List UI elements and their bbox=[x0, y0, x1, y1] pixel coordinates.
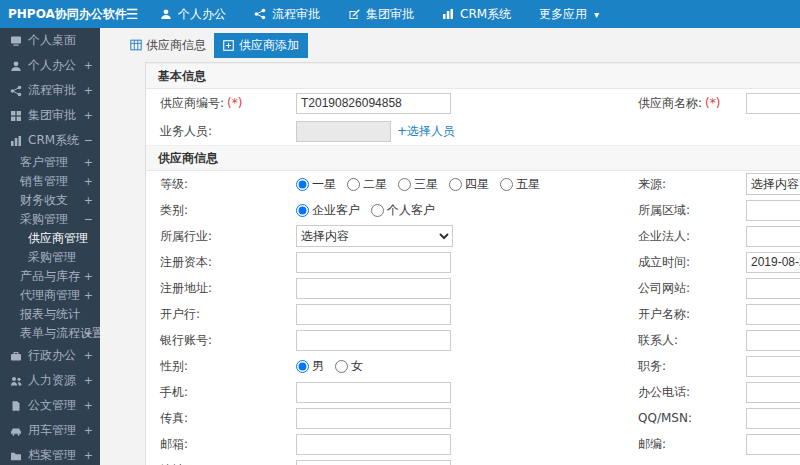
required-mark: (*) bbox=[705, 96, 720, 110]
form-row: 银行账号: 联系人: bbox=[146, 327, 800, 353]
sidebar-item-finance-income-expense[interactable]: 财务收支+ bbox=[0, 191, 100, 210]
source-select[interactable]: 选择内容 bbox=[746, 173, 800, 195]
radio-input[interactable] bbox=[500, 178, 513, 191]
radio-input[interactable] bbox=[449, 178, 462, 191]
nav-more-apps[interactable]: 更多应用 ▾ bbox=[525, 0, 613, 28]
sidebar-item-admin-office[interactable]: 行政办公+ bbox=[0, 343, 100, 368]
sidebar-item-human-resources[interactable]: 人力资源+ bbox=[0, 368, 100, 393]
salesperson-input[interactable] bbox=[296, 121, 391, 142]
sidebar-item-crm-system[interactable]: CRM系统− bbox=[0, 128, 100, 153]
sidebar-item-personal-desktop[interactable]: 个人桌面 bbox=[0, 28, 100, 53]
sidebar-item-label: 用车管理 bbox=[28, 422, 76, 439]
fax-input[interactable] bbox=[296, 408, 451, 429]
label-text: 来源: bbox=[638, 177, 666, 191]
qq-msn-input[interactable] bbox=[746, 408, 800, 429]
office-phone-input[interactable] bbox=[746, 382, 800, 403]
grade-option-3[interactable]: 三星 bbox=[398, 176, 438, 193]
sidebar-item-supplier-mgmt[interactable]: 供应商管理 bbox=[0, 229, 100, 248]
bank-input[interactable] bbox=[296, 304, 451, 325]
tab-label: 供应商信息 bbox=[146, 37, 206, 54]
website-input[interactable] bbox=[746, 278, 800, 299]
sidebar-item-procurement-mgmt[interactable]: 采购管理 bbox=[0, 248, 100, 267]
registered-address-input[interactable] bbox=[296, 278, 451, 299]
region-input[interactable] bbox=[746, 200, 800, 221]
address-input[interactable] bbox=[296, 460, 451, 465]
field-label: 供应商名称:(*) bbox=[638, 95, 746, 112]
mobile-input[interactable] bbox=[296, 382, 451, 403]
label-text: 邮编: bbox=[638, 437, 666, 451]
radio-input[interactable] bbox=[296, 360, 309, 373]
expand-toggle-icon: + bbox=[84, 156, 93, 169]
supplier-name-input[interactable] bbox=[746, 93, 800, 114]
radio-input[interactable] bbox=[296, 178, 309, 191]
sidebar-item-official-doc-mgmt[interactable]: 公文管理+ bbox=[0, 393, 100, 418]
grade-option-4[interactable]: 四星 bbox=[449, 176, 489, 193]
bank-account-input[interactable] bbox=[296, 330, 451, 351]
form-row: 邮箱: 邮编: bbox=[146, 431, 800, 457]
gender-option-female[interactable]: 女 bbox=[335, 358, 363, 375]
sidebar-item-form-workflow-settings[interactable]: 表单与流程设置+ bbox=[0, 324, 100, 343]
label-text: 开户行: bbox=[160, 307, 200, 321]
sidebar-item-label: 人力资源 bbox=[28, 372, 76, 389]
edit-icon bbox=[348, 8, 360, 20]
industry-select[interactable]: 选择内容 bbox=[296, 225, 453, 247]
supplier-no-input[interactable] bbox=[296, 93, 451, 114]
menu-toggle-icon[interactable]: ☰ bbox=[118, 6, 146, 22]
sidebar-item-purchase-mgmt[interactable]: 采购管理− bbox=[0, 210, 100, 229]
category-option-personal[interactable]: 个人客户 bbox=[371, 202, 435, 219]
expand-toggle-icon: + bbox=[84, 109, 93, 122]
sidebar-item-sales-mgmt[interactable]: 销售管理+ bbox=[0, 172, 100, 191]
expand-toggle-icon: + bbox=[84, 399, 93, 412]
radio-input[interactable] bbox=[371, 204, 384, 217]
radio-label: 女 bbox=[351, 358, 363, 375]
email-input[interactable] bbox=[296, 434, 451, 455]
sidebar-item-group-approval[interactable]: 集团审批+ bbox=[0, 103, 100, 128]
category-option-company[interactable]: 企业客户 bbox=[296, 202, 360, 219]
contact-input[interactable] bbox=[746, 330, 800, 351]
sidebar-item-reports-statistics[interactable]: 报表与统计 bbox=[0, 305, 100, 324]
sidebar-item-agent-mgmt[interactable]: 代理商管理+ bbox=[0, 286, 100, 305]
radio-label: 三星 bbox=[414, 176, 438, 193]
established-time-input[interactable] bbox=[746, 252, 800, 273]
tab-supplier-add[interactable]: 供应商添加 bbox=[214, 33, 308, 58]
form-row: 传真: QQ/MSN: bbox=[146, 405, 800, 431]
tab-supplier-info[interactable]: 供应商信息 bbox=[130, 37, 206, 54]
grade-option-1[interactable]: 一星 bbox=[296, 176, 336, 193]
sidebar-item-archive-mgmt[interactable]: 档案管理+ bbox=[0, 443, 100, 465]
sidebar-item-personal-office[interactable]: 个人办公+ bbox=[0, 53, 100, 78]
label-text: 类别: bbox=[160, 203, 188, 217]
field-label: 等级: bbox=[146, 176, 296, 193]
nav-group-approval[interactable]: 集团审批 bbox=[334, 0, 428, 28]
chart-icon bbox=[10, 135, 22, 147]
radio-input[interactable] bbox=[296, 204, 309, 217]
expand-toggle-icon: + bbox=[84, 349, 93, 362]
account-name-input[interactable] bbox=[746, 304, 800, 325]
grade-option-2[interactable]: 二星 bbox=[347, 176, 387, 193]
radio-input[interactable] bbox=[347, 178, 360, 191]
zip-input[interactable] bbox=[746, 434, 800, 455]
sidebar-item-workflow-approval[interactable]: 流程审批+ bbox=[0, 78, 100, 103]
form-row: 手机: 办公电话: bbox=[146, 379, 800, 405]
sidebar-item-product-inventory[interactable]: 产品与库存+ bbox=[0, 267, 100, 286]
nav-crm-system[interactable]: CRM系统 bbox=[428, 0, 525, 28]
nav-workflow-approval[interactable]: 流程审批 bbox=[240, 0, 334, 28]
field-label: 注册地址: bbox=[146, 280, 296, 297]
radio-input[interactable] bbox=[398, 178, 411, 191]
choose-person-link[interactable]: +选择人员 bbox=[397, 123, 455, 140]
grade-option-5[interactable]: 五星 bbox=[500, 176, 540, 193]
nav-personal-office[interactable]: 个人办公 bbox=[146, 0, 240, 28]
grade-radio-group: 一星 二星 三星 四星 五星 bbox=[296, 176, 638, 193]
radio-input[interactable] bbox=[335, 360, 348, 373]
field-label: 地址: bbox=[146, 462, 296, 465]
table-icon bbox=[130, 39, 142, 51]
registered-capital-input[interactable] bbox=[296, 252, 451, 273]
sidebar-item-vehicle-mgmt[interactable]: 用车管理+ bbox=[0, 418, 100, 443]
position-input[interactable] bbox=[746, 356, 800, 377]
legal-person-input[interactable] bbox=[746, 226, 800, 247]
sidebar-item-label: 供应商管理 bbox=[28, 230, 88, 247]
sidebar-item-label: 行政办公 bbox=[28, 347, 76, 364]
form-row: 注册资本: 成立时间: bbox=[146, 249, 800, 275]
gender-option-male[interactable]: 男 bbox=[296, 358, 324, 375]
sidebar-item-customer-mgmt[interactable]: 客户管理+ bbox=[0, 153, 100, 172]
collapse-toggle-icon: − bbox=[84, 213, 93, 226]
